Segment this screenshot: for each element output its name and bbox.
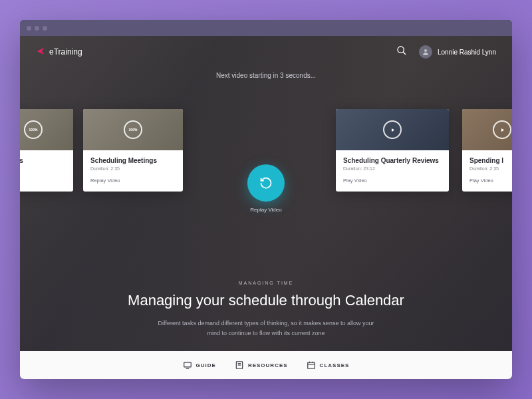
progress-ring: 100% xyxy=(24,120,43,139)
section-content: MANAGING TIME Managing your schedule thr… xyxy=(20,281,512,338)
app-window: eTraining Lonnie Rashid Lynn Next video … xyxy=(20,20,512,379)
video-thumb xyxy=(462,109,512,150)
progress-ring: 100% xyxy=(124,120,142,139)
svg-rect-8 xyxy=(307,362,315,368)
logo-icon xyxy=(36,47,45,58)
window-control-dot[interactable] xyxy=(35,26,39,31)
tab-label: CLASSES xyxy=(320,362,350,368)
video-action[interactable]: Play Video xyxy=(469,178,512,184)
hero: eTraining Lonnie Rashid Lynn Next video … xyxy=(20,36,512,351)
card-body: Scheduling Quarterly Reviews Duration: 2… xyxy=(336,150,449,192)
logo[interactable]: eTraining xyxy=(36,47,82,58)
tab-guide[interactable]: GUIDE xyxy=(183,360,216,370)
video-card[interactable]: Spending I Duration: 2:35 Play Video xyxy=(462,109,512,192)
svg-rect-3 xyxy=(184,362,191,367)
countdown-text: Next video starting in 3 seconds... xyxy=(20,72,512,79)
tab-classes[interactable]: CLASSES xyxy=(307,360,350,370)
video-duration: 14:24 xyxy=(20,166,66,171)
video-title: Spending I xyxy=(469,157,512,164)
section-headline: Managing your schedule through Calendar xyxy=(73,292,459,309)
bottom-tabs: GUIDE RESOURCES CLASSES xyxy=(20,351,512,379)
user-menu[interactable]: Lonnie Rashid Lynn xyxy=(419,45,496,59)
video-title: Scheduling Quarterly Reviews xyxy=(343,157,442,164)
replay-button[interactable]: Replay Video xyxy=(247,164,285,213)
svg-line-1 xyxy=(403,52,406,55)
brand-text: eTraining xyxy=(49,47,82,57)
search-icon[interactable] xyxy=(396,45,407,59)
video-card[interactable]: 100% Scheduling Meetings Duration: 2:35 … xyxy=(83,109,183,192)
video-thumb xyxy=(336,109,449,150)
header-right: Lonnie Rashid Lynn xyxy=(396,45,496,59)
video-action[interactable]: Play Video xyxy=(343,178,442,184)
video-duration: Duration: 2:35 xyxy=(90,166,176,171)
play-icon xyxy=(383,120,402,139)
section-eyebrow: MANAGING TIME xyxy=(73,281,459,285)
video-thumb: 100% xyxy=(20,109,73,150)
tab-label: GUIDE xyxy=(196,362,216,368)
replay-label: Replay Video xyxy=(247,207,285,213)
card-body: Rooms 14:24 ideo xyxy=(20,150,73,192)
video-action[interactable]: ideo xyxy=(20,178,66,184)
replay-icon xyxy=(247,164,285,201)
tab-resources[interactable]: RESOURCES xyxy=(235,360,288,370)
video-title: Scheduling Meetings xyxy=(90,157,176,164)
card-body: Spending I Duration: 2:35 Play Video xyxy=(462,150,512,192)
tab-label: RESOURCES xyxy=(248,362,288,368)
titlebar xyxy=(20,20,512,36)
video-title: Rooms xyxy=(20,157,66,164)
header: eTraining Lonnie Rashid Lynn xyxy=(20,36,512,68)
svg-point-0 xyxy=(398,47,404,53)
svg-point-2 xyxy=(424,49,427,52)
section-description: Different tasks demand different types o… xyxy=(153,319,379,338)
video-duration: Duration: 23:12 xyxy=(343,166,442,171)
video-duration: Duration: 2:35 xyxy=(469,166,512,171)
avatar xyxy=(419,45,432,59)
window-control-dot[interactable] xyxy=(27,26,31,31)
video-action[interactable]: Replay Video xyxy=(90,178,176,184)
video-thumb: 100% xyxy=(83,109,183,150)
window-control-dot[interactable] xyxy=(43,26,47,31)
user-name: Lonnie Rashid Lynn xyxy=(438,49,496,56)
card-body: Scheduling Meetings Duration: 2:35 Repla… xyxy=(83,150,183,192)
video-card[interactable]: 100% Rooms 14:24 ideo xyxy=(20,109,73,192)
play-icon xyxy=(493,120,511,139)
video-card[interactable]: Scheduling Quarterly Reviews Duration: 2… xyxy=(336,109,449,192)
